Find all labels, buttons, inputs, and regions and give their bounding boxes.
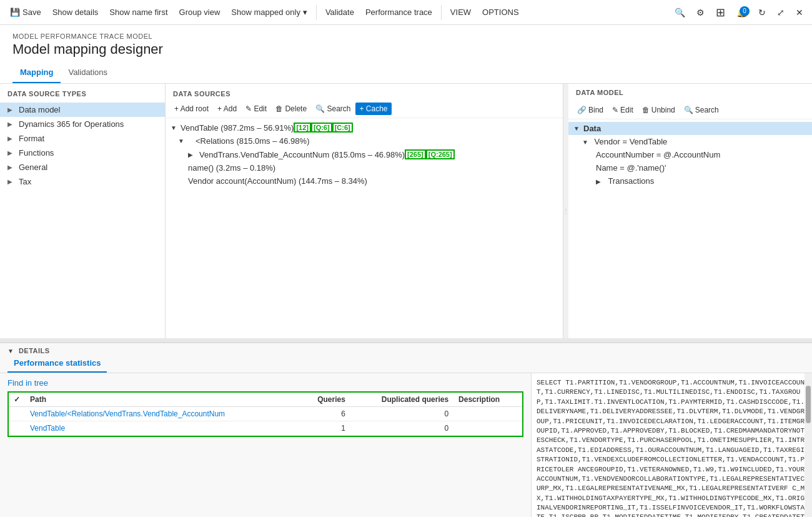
performance-trace-button[interactable]: Performance trace	[360, 5, 437, 19]
dm-vendor-item[interactable]: ▼ Vendor = VendTable	[568, 135, 812, 148]
left-panel: DATA SOURCE TYPES ▶ Data model ▶ Dynamic…	[0, 84, 166, 338]
edit-button[interactable]: ✎ Edit	[242, 103, 270, 115]
expand-icon: ▶	[7, 149, 16, 156]
bind-icon: 🔗	[577, 106, 587, 114]
scroll-thumb[interactable]	[806, 386, 811, 423]
details-header: ▼ DETAILS	[0, 343, 812, 354]
table-row[interactable]: VendTable/<Relations/VendTrans.VendTable…	[9, 407, 522, 421]
expand-icon: ▶	[596, 178, 603, 185]
group-view-button[interactable]: Group view	[174, 5, 225, 19]
view-button[interactable]: VIEW	[445, 5, 476, 19]
details-tabs: Performance statistics	[0, 354, 812, 373]
vend-table-item[interactable]: ▼ VendTable (987.2ms – 56.91%) [12] [Q:6…	[166, 121, 563, 134]
datasource-type-d365[interactable]: ▶ Dynamics 365 for Operations	[0, 117, 165, 131]
notification-badge-wrap: 🔔 0	[733, 5, 751, 20]
unbind-button[interactable]: 🗑 Unbind	[638, 104, 679, 116]
options-button[interactable]: OPTIONS	[477, 5, 524, 19]
sql-area: SELECT T1.PARTITION,T1.VENDORGROUP,T1.AC…	[531, 373, 812, 517]
tab-validations[interactable]: Validations	[61, 63, 115, 83]
details-label: DETAILS	[19, 347, 50, 354]
datasource-type-data-model[interactable]: ▶ Data model	[0, 103, 165, 117]
path-cell-2[interactable]: VendTable	[25, 421, 300, 436]
path-cell-1[interactable]: VendTable/<Relations/VendTrans.VendTable…	[25, 407, 300, 421]
datasource-type-format[interactable]: ▶ Format	[0, 131, 165, 146]
dm-account-number-item[interactable]: AccountNumber = @.AccountNum	[568, 148, 812, 161]
separator2	[441, 5, 442, 20]
dm-transactions-item[interactable]: ▶ Transactions	[568, 174, 812, 188]
datasources-toolbar: + Add root + Add ✎ Edit 🗑 Delete 🔍 Searc…	[166, 100, 563, 118]
datasource-type-general[interactable]: ▶ General	[0, 160, 165, 174]
refresh-button[interactable]: ↻	[755, 5, 770, 20]
collapse-icon: ▼	[573, 125, 581, 132]
relations-item[interactable]: ▼ <Relations (815.0ms – 46.98%)	[166, 134, 563, 148]
find-in-tree-link[interactable]: Find in tree	[7, 378, 523, 388]
vend-trans-item[interactable]: ▶ VendTrans.VendTable_AccountNum (815.0m…	[166, 148, 563, 161]
validate-button[interactable]: Validate	[320, 5, 359, 19]
collapse-details-icon: ▼	[7, 348, 14, 354]
separator	[316, 5, 317, 20]
datasource-tree: ▼ VendTable (987.2ms – 56.91%) [12] [Q:6…	[166, 118, 563, 338]
table-row[interactable]: VendTable 1 0	[9, 421, 522, 436]
cache-button[interactable]: + Cache	[355, 103, 391, 115]
tag-q6: [Q:6]	[311, 123, 332, 133]
drag-handle-mid-right[interactable]: ⋮	[563, 84, 568, 338]
tag-12: [12]	[294, 123, 311, 133]
show-name-first-button[interactable]: Show name first	[104, 5, 172, 19]
col-dup-queries: Duplicated queries	[350, 393, 453, 407]
tab-perf-stats[interactable]: Performance statistics	[7, 354, 107, 373]
datasource-type-functions[interactable]: ▶ Functions	[0, 146, 165, 160]
edit-icon: ✎	[612, 106, 618, 114]
show-details-button[interactable]: Show details	[47, 5, 104, 19]
col-description: Description	[453, 393, 522, 407]
add-root-button[interactable]: + Add root	[171, 103, 212, 115]
collapse-icon: ▼	[582, 139, 590, 146]
table-header-row: ✓ Path Queries Duplicated queries Descri…	[9, 393, 522, 407]
settings-icon-button[interactable]: ⚙	[693, 5, 708, 20]
col-queries: Queries	[300, 393, 350, 407]
delete-button[interactable]: 🗑 Delete	[272, 103, 310, 115]
name-fn-item[interactable]: name() (3.2ms – 0.18%)	[166, 161, 563, 174]
search-icon: 🔍	[684, 106, 693, 114]
chevron-down-icon: ▾	[303, 8, 307, 17]
toolbar-right: 🔍 ⚙ ⊞ 🔔 0 ↻ ⤢ ✕	[671, 3, 807, 22]
bind-button[interactable]: 🔗 Bind	[573, 104, 607, 116]
expand-icon: ▶	[7, 121, 16, 128]
tag-c6: [C:6]	[332, 123, 353, 133]
search-toolbar-button[interactable]: 🔍	[671, 5, 689, 20]
expand-icon: ▶	[7, 135, 16, 142]
add-button[interactable]: + Add	[214, 103, 240, 115]
close-button[interactable]: ✕	[792, 5, 807, 20]
stats-table-wrapper: ✓ Path Queries Duplicated queries Descri…	[7, 391, 523, 437]
data-model-header: DATA MODEL	[568, 84, 812, 101]
vendor-account-item[interactable]: Vendor account(AccountNum) (144.7ms – 8.…	[166, 174, 563, 188]
expand-icon: ▶	[7, 178, 16, 185]
expand-icon: ▶	[188, 151, 196, 158]
tab-mapping[interactable]: Mapping	[12, 63, 61, 83]
save-icon: 💾	[10, 8, 20, 17]
notification-count: 0	[740, 6, 750, 16]
office-icon-button[interactable]: ⊞	[712, 3, 729, 22]
expand-icon: ▶	[7, 106, 16, 113]
col-path: Path	[25, 393, 300, 407]
dm-name-item[interactable]: Name = @.'name()'	[568, 161, 812, 174]
right-panel: DATA MODEL 🔗 Bind ✎ Edit 🗑 Unbind	[568, 84, 812, 338]
datasource-types-header: DATA SOURCE TYPES	[0, 84, 165, 100]
mid-panel: DATA SOURCES + Add root + Add ✎ Edit 🗑 D…	[166, 84, 563, 338]
search-button[interactable]: 🔍 Search	[312, 103, 354, 115]
save-button[interactable]: 💾 Save	[5, 5, 46, 19]
details-section: ▼ DETAILS Performance statistics Find in…	[0, 342, 812, 517]
main-content: MODEL PERFORMANCE TRACE MODEL Model mapp…	[0, 25, 812, 517]
data-model-toolbar: 🔗 Bind ✎ Edit 🗑 Unbind 🔍 Search	[568, 101, 812, 119]
datasource-type-tax[interactable]: ▶ Tax	[0, 174, 165, 189]
dm-search-button[interactable]: 🔍 Search	[680, 104, 723, 116]
collapse-icon: ▼	[171, 124, 178, 131]
tag-265: [265]	[405, 149, 426, 159]
scrollbar[interactable]	[805, 373, 812, 517]
tab-bar: Mapping Validations	[0, 63, 812, 84]
dm-edit-button[interactable]: ✎ Edit	[608, 104, 637, 116]
dm-data-item[interactable]: ▼ Data	[568, 122, 812, 135]
tag-q265: [Q:265]	[426, 149, 455, 159]
show-mapped-only-button[interactable]: Show mapped only ▾	[226, 5, 312, 19]
expand-icon: ▼	[178, 138, 186, 144]
expand-button[interactable]: ⤢	[773, 5, 788, 20]
